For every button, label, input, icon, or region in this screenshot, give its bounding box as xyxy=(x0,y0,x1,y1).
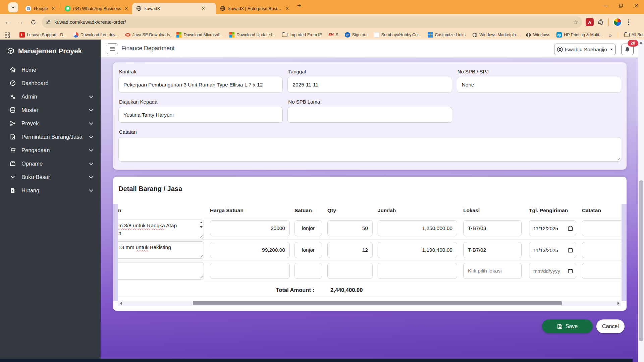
sidebar-item-proyek[interactable]: Proyek xyxy=(0,117,101,130)
resize-handle[interactable] xyxy=(616,157,620,160)
row2-satuan-input[interactable] xyxy=(294,242,322,258)
sidebar-item-dashboard[interactable]: Dashboard xyxy=(0,76,101,90)
row2-jumlah-input[interactable] xyxy=(378,242,457,258)
calendar-icon[interactable] xyxy=(568,268,573,274)
row3-uraian-textarea[interactable] xyxy=(118,262,204,280)
url-text[interactable]: kuwad.com/kuwadx/create-order/ xyxy=(54,19,573,25)
row3-satuan-input[interactable] xyxy=(294,263,322,279)
bookmark-download-update[interactable]: Download Update f... xyxy=(227,32,278,38)
sidebar-item-admin[interactable]: Admin xyxy=(0,90,101,103)
no-spb-lama-input[interactable] xyxy=(287,107,452,123)
row2-catatan-input[interactable] xyxy=(582,242,621,258)
tab-search-button[interactable] xyxy=(8,2,18,12)
table-horizontal-scrollbar[interactable] xyxy=(118,301,621,306)
row2-lokasi-input[interactable] xyxy=(463,242,522,258)
scroll-left-button[interactable] xyxy=(118,301,124,306)
sidebar-item-hutang[interactable]: $ Hutang xyxy=(0,184,101,197)
close-window-button[interactable] xyxy=(629,0,644,11)
row3-harga-input[interactable] xyxy=(210,263,290,279)
row1-lokasi-input[interactable] xyxy=(463,220,522,236)
bookmark-java[interactable]: Java SE Downloads xyxy=(123,32,172,38)
site-settings-icon[interactable] xyxy=(46,19,51,25)
browser-menu-icon[interactable] xyxy=(626,19,631,25)
sidebar-item-permintaan-barang-jasa[interactable]: Permintaan Barang/Jasa xyxy=(0,130,101,143)
bookmark-download-microsoft[interactable]: Download Microsof... xyxy=(174,32,225,38)
row3-jumlah-input[interactable] xyxy=(378,263,457,279)
row1-satuan-input[interactable] xyxy=(294,220,322,236)
resize-handle[interactable] xyxy=(199,254,203,257)
sidebar-item-master[interactable]: Master xyxy=(0,103,101,117)
forward-button[interactable]: → xyxy=(15,17,25,27)
row3-lokasi-input[interactable] xyxy=(463,263,522,279)
row3-catatan-input[interactable] xyxy=(582,263,621,279)
address-bar[interactable]: kuwad.com/kuwadx/create-order/ ☆ xyxy=(42,16,582,28)
row1-uraian-textarea[interactable]: m 3/8 untuk Rangka Atap n xyxy=(118,220,204,239)
tab-kuwadx-active[interactable]: kuwadX ✕ xyxy=(132,3,216,14)
new-tab-button[interactable]: + xyxy=(297,2,301,9)
sidebar-item-pengadaan[interactable]: Pengadaan xyxy=(0,143,101,157)
row1-date-input[interactable]: 11/12/2025 xyxy=(529,220,576,236)
tab-close-icon[interactable]: ✕ xyxy=(285,6,290,11)
sidebar-item-opname[interactable]: Opname xyxy=(0,157,101,170)
resize-handle[interactable] xyxy=(199,275,203,278)
bookmark-lenovo[interactable]: LLenovo Support - D... xyxy=(17,32,69,38)
bookmark-imported-from-ie[interactable]: Imported From IE xyxy=(280,32,324,38)
page-scrollbar-thumb[interactable] xyxy=(639,180,643,341)
diajukan-kepada-input[interactable] xyxy=(118,107,283,123)
bookmark-windows[interactable]: Windows xyxy=(524,32,552,38)
catatan-textarea[interactable] xyxy=(118,137,621,162)
bookmark-hp-printing[interactable]: hpHP Printing & Multi... xyxy=(554,32,604,38)
sidebar-toggle-button[interactable] xyxy=(107,43,118,54)
tab-close-icon[interactable]: ✕ xyxy=(124,6,129,11)
row1-catatan-input[interactable] xyxy=(582,220,621,236)
no-spb-spj-input[interactable] xyxy=(457,77,621,93)
bookmark-sh[interactable]: 5HS xyxy=(326,32,340,38)
scrollbar-thumb[interactable] xyxy=(193,301,562,305)
row2-uraian-textarea[interactable]: 13 mm untuk Bekisting xyxy=(118,241,204,259)
bookmarks-overflow-chevron[interactable]: » xyxy=(607,32,613,38)
scroll-right-button[interactable] xyxy=(615,301,621,306)
sidebar-item-buku-besar[interactable]: Buku Besar xyxy=(0,170,101,184)
profile-avatar[interactable] xyxy=(613,18,622,26)
tab-close-icon[interactable]: ✕ xyxy=(51,6,56,11)
bookmark-star-icon[interactable]: ☆ xyxy=(573,19,578,26)
row2-qty-input[interactable] xyxy=(327,242,373,258)
notification-count-badge[interactable]: 20 xyxy=(628,40,638,47)
row1-qty-input[interactable] xyxy=(327,220,373,236)
back-button[interactable]: ← xyxy=(3,17,13,27)
page-scrollbar[interactable] xyxy=(638,40,644,362)
resize-handle[interactable] xyxy=(199,234,203,238)
cancel-button[interactable]: Cancel xyxy=(596,319,625,333)
calendar-icon[interactable] xyxy=(568,248,573,253)
bookmark-sign-out[interactable]: eSign out xyxy=(343,32,370,38)
minimize-button[interactable] xyxy=(598,0,613,11)
adobe-acrobat-extension-icon[interactable]: A xyxy=(586,18,594,26)
row1-jumlah-input[interactable] xyxy=(378,220,457,236)
extensions-puzzle-icon[interactable] xyxy=(598,19,604,25)
brand[interactable]: Manajemen Proyek xyxy=(0,40,101,61)
row1-harga-input[interactable] xyxy=(210,220,290,236)
row2-date-input[interactable]: 11/13/2025 xyxy=(529,242,576,258)
bookmark-download-free[interactable]: Download free driv... xyxy=(71,32,121,38)
user-menu-button[interactable]: Iswahju Soebagijo xyxy=(554,44,616,55)
kontrak-input[interactable] xyxy=(118,77,283,93)
tab-kuwadx-enterprise[interactable]: kuwadX | Enterprise Business Pl ✕ xyxy=(216,3,293,14)
tanggal-input[interactable] xyxy=(287,77,452,93)
row3-qty-input[interactable] xyxy=(327,263,373,279)
maximize-button[interactable] xyxy=(613,0,629,11)
save-button[interactable]: Save xyxy=(542,319,593,333)
tab-google[interactable]: G Google ✕ xyxy=(21,3,59,14)
apps-grid-icon[interactable] xyxy=(5,32,10,38)
textarea-scroll-arrows[interactable] xyxy=(200,222,203,228)
scrollbar-up-arrow[interactable] xyxy=(640,42,642,44)
row2-harga-input[interactable] xyxy=(210,242,290,258)
bookmark-customize-links[interactable]: Customize Links xyxy=(425,32,468,38)
all-bookmarks-button[interactable]: All Bookmarks xyxy=(622,32,644,38)
calendar-icon[interactable] xyxy=(568,226,573,231)
tab-whatsapp[interactable]: (34) WhatsApp Business ✕ xyxy=(61,3,132,14)
tab-close-icon[interactable]: ✕ xyxy=(201,6,206,11)
bookmark-surabayahobby[interactable]: SurabayaHobby.Co... xyxy=(372,32,423,38)
sidebar-item-home[interactable]: Home xyxy=(0,63,101,76)
reload-button[interactable] xyxy=(28,17,38,27)
bookmark-windows-marketplace[interactable]: Windows Marketpla... xyxy=(470,32,521,38)
